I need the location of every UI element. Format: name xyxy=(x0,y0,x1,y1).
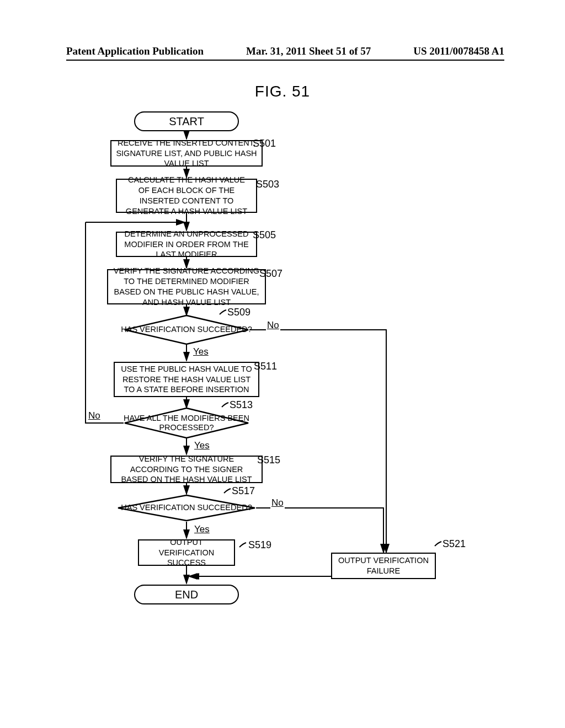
process-s519: OUTPUT VERIFICATION SUCCESS xyxy=(138,539,235,566)
header-right: US 2011/0078458 A1 xyxy=(413,45,504,57)
process-s507: VERIFY THE SIGNATURE ACCORDING TO THE DE… xyxy=(107,269,266,304)
edge-s509-no: No xyxy=(266,320,280,331)
process-s501-text: RECEIVE THE INSERTED CONTENT, SIGNATURE … xyxy=(116,138,257,169)
header-left: Patent Application Publication xyxy=(66,45,204,57)
process-s503-text: CALCULATE THE HASH VALUE OF EACH BLOCK O… xyxy=(121,175,252,216)
edge-s513-no: No xyxy=(87,410,102,421)
terminator-end: END xyxy=(134,585,239,604)
process-s505-text: DETERMINE AN UNPROCESSED MODIFIER IN ORD… xyxy=(121,229,252,260)
step-label-s521: S521 xyxy=(443,538,466,550)
decision-s509-text: HAS VERIFICATION SUCCEEDED? xyxy=(113,314,260,345)
terminator-end-text: END xyxy=(175,588,198,601)
step-label-s511: S511 xyxy=(254,361,277,372)
process-s505: DETERMINE AN UNPROCESSED MODIFIER IN ORD… xyxy=(116,232,257,257)
step-label-s515: S515 xyxy=(257,454,280,466)
page: Patent Application Publication Mar. 31, … xyxy=(0,0,565,728)
edge-s517-yes: Yes xyxy=(193,524,211,535)
header-center: Mar. 31, 2011 Sheet 51 of 57 xyxy=(246,45,371,57)
process-s515: VERIFY THE SIGNATURE ACCORDING TO THE SI… xyxy=(110,456,263,483)
process-s507-text: VERIFY THE SIGNATURE ACCORDING TO THE DE… xyxy=(113,266,260,307)
step-label-s501: S501 xyxy=(253,138,276,149)
edge-s517-no: No xyxy=(270,497,285,508)
process-s501: RECEIVE THE INSERTED CONTENT, SIGNATURE … xyxy=(110,140,263,167)
page-header: Patent Application Publication Mar. 31, … xyxy=(66,45,504,61)
decision-s517: HAS VERIFICATION SUCCEEDED? xyxy=(117,494,256,522)
figure-title: FIG. 51 xyxy=(0,83,565,100)
decision-s509: HAS VERIFICATION SUCCEEDED? xyxy=(124,314,249,345)
step-label-s505: S505 xyxy=(253,229,276,241)
step-label-s503: S503 xyxy=(256,179,279,190)
step-label-s519: S519 xyxy=(248,539,271,551)
process-s503: CALCULATE THE HASH VALUE OF EACH BLOCK O… xyxy=(116,179,257,213)
decision-s513: HAVE ALL THE MODIFIERS BEEN PROCESSED? xyxy=(124,407,249,439)
process-s519-text: OUTPUT VERIFICATION SUCCESS xyxy=(143,537,230,569)
step-label-s507: S507 xyxy=(259,268,282,280)
process-s511: USE THE PUBLIC HASH VALUE TO RESTORE THE… xyxy=(114,362,259,397)
terminator-start-text: START xyxy=(169,115,204,127)
process-s511-text: USE THE PUBLIC HASH VALUE TO RESTORE THE… xyxy=(119,364,254,395)
process-s515-text: VERIFY THE SIGNATURE ACCORDING TO THE SI… xyxy=(116,454,257,485)
decision-s513-text: HAVE ALL THE MODIFIERS BEEN PROCESSED? xyxy=(113,407,260,439)
edge-s509-yes: Yes xyxy=(192,346,210,357)
process-s521: OUTPUT VERIFICATION FAILURE xyxy=(331,553,436,579)
decision-s517-text: HAS VERIFICATION SUCCEEDED? xyxy=(106,494,267,522)
edge-s513-yes: Yes xyxy=(193,440,211,451)
terminator-start: START xyxy=(134,111,239,131)
process-s521-text: OUTPUT VERIFICATION FAILURE xyxy=(337,555,430,576)
